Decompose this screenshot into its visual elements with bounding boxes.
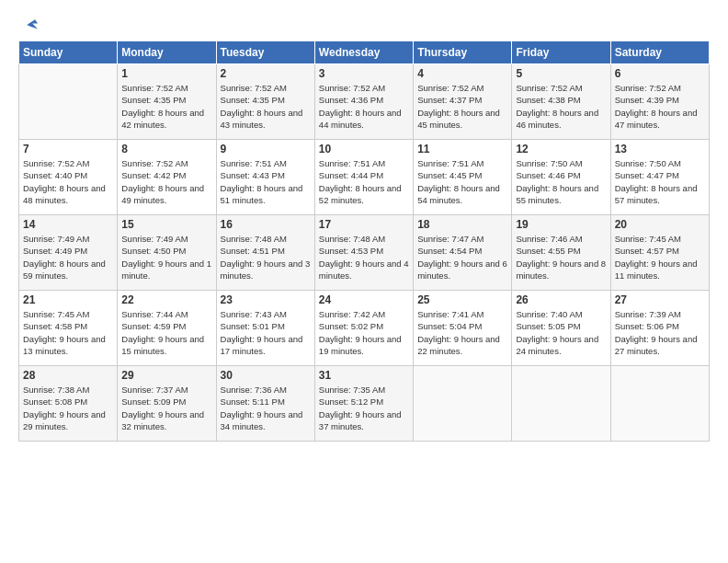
day-info: Sunrise: 7:51 AMSunset: 4:45 PMDaylight:… [417, 157, 507, 206]
day-number: 9 [221, 143, 311, 155]
day-number: 24 [319, 293, 409, 306]
calendar-cell [414, 366, 512, 442]
calendar-week-row: 7Sunrise: 7:52 AMSunset: 4:40 PMDaylight… [19, 140, 710, 215]
day-number: 27 [615, 293, 705, 306]
day-number: 15 [121, 218, 211, 231]
day-info: Sunrise: 7:52 AMSunset: 4:35 PMDaylight:… [121, 82, 211, 131]
calendar-cell: 15Sunrise: 7:49 AMSunset: 4:50 PMDayligh… [118, 215, 216, 291]
weekday-header-row: SundayMondayTuesdayWednesdayThursdayFrid… [19, 41, 710, 64]
calendar-week-row: 1Sunrise: 7:52 AMSunset: 4:35 PMDaylight… [19, 64, 710, 140]
day-info: Sunrise: 7:52 AMSunset: 4:36 PMDaylight:… [319, 82, 409, 131]
calendar-cell: 13Sunrise: 7:50 AMSunset: 4:47 PMDayligh… [610, 140, 709, 215]
day-info: Sunrise: 7:49 AMSunset: 4:50 PMDaylight:… [121, 233, 211, 282]
calendar-cell: 7Sunrise: 7:52 AMSunset: 4:40 PMDaylight… [19, 140, 118, 215]
day-info: Sunrise: 7:50 AMSunset: 4:47 PMDaylight:… [615, 157, 705, 206]
day-number: 23 [221, 293, 311, 306]
day-number: 5 [516, 67, 606, 80]
calendar-cell: 28Sunrise: 7:38 AMSunset: 5:08 PMDayligh… [19, 366, 118, 442]
calendar-cell [610, 366, 709, 442]
day-info: Sunrise: 7:51 AMSunset: 4:43 PMDaylight:… [221, 157, 311, 206]
day-info: Sunrise: 7:37 AMSunset: 5:09 PMDaylight:… [121, 384, 211, 432]
day-info: Sunrise: 7:52 AMSunset: 4:38 PMDaylight:… [516, 82, 606, 131]
day-info: Sunrise: 7:43 AMSunset: 5:01 PMDaylight:… [221, 308, 311, 357]
day-number: 30 [221, 369, 311, 382]
calendar-cell: 4Sunrise: 7:52 AMSunset: 4:37 PMDaylight… [414, 64, 512, 140]
day-info: Sunrise: 7:48 AMSunset: 4:53 PMDaylight:… [319, 233, 409, 282]
weekday-header-sunday: Sunday [19, 41, 118, 64]
day-number: 17 [319, 218, 409, 231]
calendar-cell: 17Sunrise: 7:48 AMSunset: 4:53 PMDayligh… [314, 215, 413, 291]
day-info: Sunrise: 7:50 AMSunset: 4:46 PMDaylight:… [516, 157, 606, 206]
weekday-header-monday: Monday [118, 41, 216, 64]
calendar-cell: 16Sunrise: 7:48 AMSunset: 4:51 PMDayligh… [216, 215, 314, 291]
day-info: Sunrise: 7:35 AMSunset: 5:12 PMDaylight:… [319, 384, 409, 432]
weekday-header-tuesday: Tuesday [216, 41, 314, 64]
day-info: Sunrise: 7:51 AMSunset: 4:44 PMDaylight:… [319, 157, 409, 206]
calendar-cell: 22Sunrise: 7:44 AMSunset: 4:59 PMDayligh… [118, 291, 216, 366]
logo [18, 15, 40, 31]
calendar-cell: 24Sunrise: 7:42 AMSunset: 5:02 PMDayligh… [314, 291, 413, 366]
day-number: 26 [516, 293, 606, 306]
calendar-cell: 25Sunrise: 7:41 AMSunset: 5:04 PMDayligh… [414, 291, 512, 366]
day-info: Sunrise: 7:42 AMSunset: 5:02 PMDaylight:… [319, 308, 409, 357]
day-number: 13 [615, 143, 705, 155]
calendar-cell: 11Sunrise: 7:51 AMSunset: 4:45 PMDayligh… [414, 140, 512, 215]
calendar-cell: 1Sunrise: 7:52 AMSunset: 4:35 PMDaylight… [118, 64, 216, 140]
day-number: 10 [319, 143, 409, 155]
day-info: Sunrise: 7:49 AMSunset: 4:49 PMDaylight:… [23, 233, 113, 282]
day-number: 25 [417, 293, 507, 306]
day-number: 1 [121, 67, 211, 80]
page: SundayMondayTuesdayWednesdayThursdayFrid… [0, 0, 728, 563]
day-number: 6 [615, 67, 705, 80]
day-number: 4 [417, 67, 507, 80]
day-info: Sunrise: 7:40 AMSunset: 5:05 PMDaylight:… [516, 308, 606, 357]
calendar-cell: 26Sunrise: 7:40 AMSunset: 5:05 PMDayligh… [512, 291, 610, 366]
day-number: 3 [319, 67, 409, 80]
weekday-header-thursday: Thursday [414, 41, 512, 64]
day-info: Sunrise: 7:38 AMSunset: 5:08 PMDaylight:… [23, 384, 113, 432]
calendar-week-row: 14Sunrise: 7:49 AMSunset: 4:49 PMDayligh… [19, 215, 710, 291]
day-number: 2 [221, 67, 311, 80]
calendar-cell: 23Sunrise: 7:43 AMSunset: 5:01 PMDayligh… [216, 291, 314, 366]
day-number: 19 [516, 218, 606, 231]
day-info: Sunrise: 7:41 AMSunset: 5:04 PMDaylight:… [417, 308, 507, 357]
day-info: Sunrise: 7:44 AMSunset: 4:59 PMDaylight:… [121, 308, 211, 357]
svg-marker-0 [27, 19, 38, 29]
calendar-cell: 12Sunrise: 7:50 AMSunset: 4:46 PMDayligh… [512, 140, 610, 215]
weekday-header-wednesday: Wednesday [314, 41, 413, 64]
calendar-cell: 5Sunrise: 7:52 AMSunset: 4:38 PMDaylight… [512, 64, 610, 140]
calendar-cell: 3Sunrise: 7:52 AMSunset: 4:36 PMDaylight… [314, 64, 413, 140]
day-number: 11 [417, 143, 507, 155]
day-info: Sunrise: 7:45 AMSunset: 4:57 PMDaylight:… [615, 233, 705, 282]
calendar-cell: 6Sunrise: 7:52 AMSunset: 4:39 PMDaylight… [610, 64, 709, 140]
logo-bird-icon [20, 15, 40, 35]
day-number: 20 [615, 218, 705, 231]
day-info: Sunrise: 7:45 AMSunset: 4:58 PMDaylight:… [23, 308, 113, 357]
calendar-cell: 20Sunrise: 7:45 AMSunset: 4:57 PMDayligh… [610, 215, 709, 291]
calendar-cell: 27Sunrise: 7:39 AMSunset: 5:06 PMDayligh… [610, 291, 709, 366]
day-info: Sunrise: 7:46 AMSunset: 4:55 PMDaylight:… [516, 233, 606, 282]
header [18, 15, 710, 31]
calendar-cell: 18Sunrise: 7:47 AMSunset: 4:54 PMDayligh… [414, 215, 512, 291]
day-info: Sunrise: 7:48 AMSunset: 4:51 PMDaylight:… [221, 233, 311, 282]
weekday-header-saturday: Saturday [610, 41, 709, 64]
day-info: Sunrise: 7:39 AMSunset: 5:06 PMDaylight:… [615, 308, 705, 357]
day-number: 12 [516, 143, 606, 155]
weekday-header-friday: Friday [512, 41, 610, 64]
day-info: Sunrise: 7:52 AMSunset: 4:39 PMDaylight:… [615, 82, 705, 131]
calendar-week-row: 28Sunrise: 7:38 AMSunset: 5:08 PMDayligh… [19, 366, 710, 442]
day-info: Sunrise: 7:47 AMSunset: 4:54 PMDaylight:… [417, 233, 507, 282]
calendar-cell: 31Sunrise: 7:35 AMSunset: 5:12 PMDayligh… [314, 366, 413, 442]
day-number: 29 [121, 369, 211, 382]
calendar-cell: 9Sunrise: 7:51 AMSunset: 4:43 PMDaylight… [216, 140, 314, 215]
day-number: 16 [221, 218, 311, 231]
calendar-cell [19, 64, 118, 140]
calendar-cell: 2Sunrise: 7:52 AMSunset: 4:35 PMDaylight… [216, 64, 314, 140]
calendar-cell: 21Sunrise: 7:45 AMSunset: 4:58 PMDayligh… [19, 291, 118, 366]
day-info: Sunrise: 7:36 AMSunset: 5:11 PMDaylight:… [221, 384, 311, 432]
day-number: 18 [417, 218, 507, 231]
day-number: 7 [23, 143, 113, 155]
day-number: 28 [23, 369, 113, 382]
calendar-cell: 10Sunrise: 7:51 AMSunset: 4:44 PMDayligh… [314, 140, 413, 215]
calendar-week-row: 21Sunrise: 7:45 AMSunset: 4:58 PMDayligh… [19, 291, 710, 366]
